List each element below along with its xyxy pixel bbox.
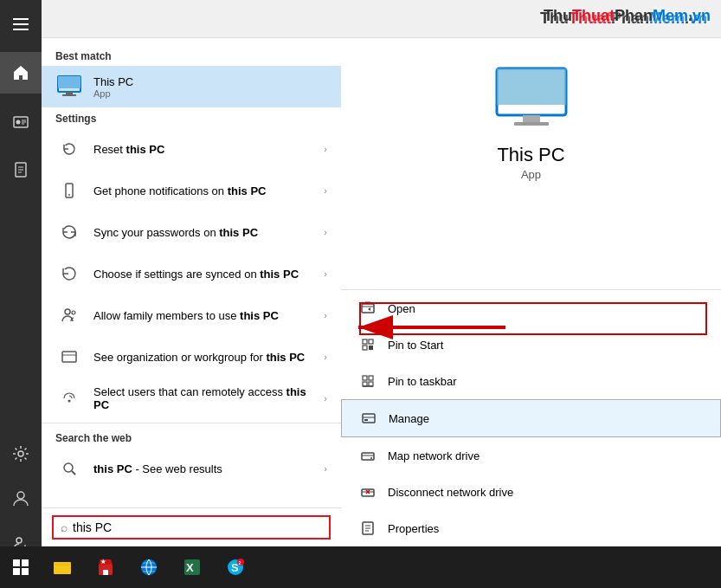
settings-item-remote[interactable]: Select users that can remotely access th… <box>42 378 341 419</box>
remote-icon <box>55 384 83 412</box>
context-item-manage[interactable]: Manage <box>341 399 721 437</box>
settings-item-passwords[interactable]: Sync your passwords on this PC › <box>42 211 341 253</box>
pin-taskbar-icon <box>358 372 377 391</box>
svg-rect-55 <box>22 559 29 566</box>
watermark: ThuThuatPhanMem.vn <box>533 0 721 32</box>
windows-logo-icon <box>13 559 29 575</box>
svg-rect-57 <box>22 568 29 575</box>
svg-rect-21 <box>62 352 76 362</box>
settings-item-synced-arrow: › <box>324 268 327 279</box>
sidebar-item-id[interactable] <box>0 100 42 142</box>
svg-rect-15 <box>66 92 73 94</box>
sidebar-item-settings[interactable] <box>0 433 42 475</box>
svg-rect-40 <box>363 414 375 423</box>
family-icon <box>55 301 83 329</box>
monitor-icon-large <box>492 64 570 133</box>
settings-item-org-text: See organization or workgroup for this P… <box>93 351 324 364</box>
context-item-pin-start[interactable]: Pin to Start <box>341 326 721 363</box>
svg-rect-34 <box>369 346 373 350</box>
web-result-item[interactable]: this PC - See web results › <box>42 448 341 489</box>
sync-icon <box>55 218 83 246</box>
context-item-properties[interactable]: Properties <box>341 510 721 546</box>
result-this-pc[interactable]: This PC App <box>42 66 341 107</box>
search-results: Best match This PC App Settings <box>42 38 341 507</box>
taskbar-file-explorer[interactable] <box>42 546 83 588</box>
context-item-manage-label: Manage <box>389 412 429 425</box>
this-pc-small-icon <box>55 73 83 100</box>
sidebar-item-menu[interactable] <box>0 3 42 45</box>
context-item-open-label: Open <box>388 302 415 315</box>
browser-icon <box>138 557 159 578</box>
manage-icon <box>359 409 378 428</box>
sidebar-item-home[interactable] <box>0 52 42 94</box>
map-drive-icon <box>358 446 377 465</box>
context-item-open[interactable]: Open <box>341 290 721 326</box>
pin-start-icon <box>358 335 377 354</box>
svg-text:2: 2 <box>239 560 241 565</box>
taskbar-store[interactable]: ★ <box>85 546 126 588</box>
svg-rect-30 <box>362 304 374 313</box>
taskbar-skype[interactable]: S 2 <box>215 546 256 588</box>
svg-point-20 <box>72 311 75 314</box>
excel-icon: X <box>182 557 203 578</box>
settings-item-reset-arrow: › <box>324 144 327 154</box>
properties-icon <box>358 519 377 538</box>
sidebar-item-person[interactable] <box>0 478 42 520</box>
settings-item-phone-arrow: › <box>324 185 327 196</box>
settings-item-family[interactable]: Allow family members to use this PC › <box>42 294 341 336</box>
settings-item-synced-text: Choose if settings are synced on this PC <box>93 268 324 281</box>
context-menu: Open Pin to Start <box>341 289 721 546</box>
settings-item-synced[interactable]: Choose if settings are synced on this PC… <box>42 253 341 294</box>
taskbar-icons: ★ X <box>42 546 256 588</box>
context-item-pin-taskbar-label: Pin to taskbar <box>388 375 457 388</box>
settings-item-passwords-arrow: › <box>324 227 327 237</box>
taskbar-excel[interactable]: X <box>171 546 213 588</box>
context-item-map-drive[interactable]: Map network drive <box>341 437 721 474</box>
synced-icon <box>55 260 83 288</box>
settings-item-org-arrow: › <box>324 352 327 362</box>
svg-point-19 <box>65 309 70 314</box>
svg-rect-58 <box>54 562 71 574</box>
svg-rect-32 <box>369 339 373 344</box>
search-input-inner: ⌕ <box>52 515 331 540</box>
settings-item-org[interactable]: See organization or workgroup for this P… <box>42 336 341 378</box>
right-content: This PC App <box>341 38 721 282</box>
disconnect-icon <box>358 482 377 501</box>
svg-rect-0 <box>13 18 29 20</box>
taskbar-browser[interactable] <box>128 546 170 588</box>
context-item-pin-taskbar[interactable]: Pin to taskbar <box>341 363 721 399</box>
sidebar-item-documents[interactable] <box>0 149 42 191</box>
context-item-pin-start-label: Pin to Start <box>388 339 443 352</box>
open-icon <box>358 299 377 318</box>
org-icon <box>55 343 83 371</box>
context-item-disconnect[interactable]: Disconnect network drive <box>341 474 721 510</box>
right-app-name: This PC <box>497 144 564 166</box>
settings-item-remote-arrow: › <box>324 393 327 404</box>
context-item-disconnect-label: Disconnect network drive <box>388 486 513 499</box>
settings-section-header: Settings <box>42 107 341 128</box>
svg-point-24 <box>64 463 73 472</box>
settings-item-phone[interactable]: Get phone notifications on this PC › <box>42 170 341 211</box>
svg-point-10 <box>17 492 24 499</box>
svg-text:X: X <box>186 561 194 574</box>
svg-point-23 <box>68 400 71 403</box>
settings-item-remote-text: Select users that can remotely access th… <box>93 385 324 411</box>
start-button[interactable] <box>0 546 42 588</box>
file-explorer-icon <box>52 557 73 578</box>
result-this-pc-text: This PC App <box>93 75 327 99</box>
this-pc-large-icon <box>492 64 570 137</box>
svg-rect-35 <box>363 376 367 380</box>
svg-rect-14 <box>58 76 80 88</box>
svg-point-44 <box>370 457 372 459</box>
web-section-header: Search the web <box>42 427 341 448</box>
context-item-properties-label: Properties <box>388 522 439 535</box>
svg-rect-60 <box>103 570 108 575</box>
taskbar: ★ X <box>0 546 721 588</box>
search-input[interactable] <box>73 520 322 534</box>
settings-item-reset[interactable]: Reset this PC › <box>42 128 341 170</box>
svg-rect-31 <box>363 339 367 344</box>
result-this-pc-subtitle: App <box>93 88 327 99</box>
svg-rect-29 <box>514 122 549 126</box>
settings-item-family-text: Allow family members to use this PC <box>93 309 324 322</box>
svg-line-25 <box>72 471 75 475</box>
